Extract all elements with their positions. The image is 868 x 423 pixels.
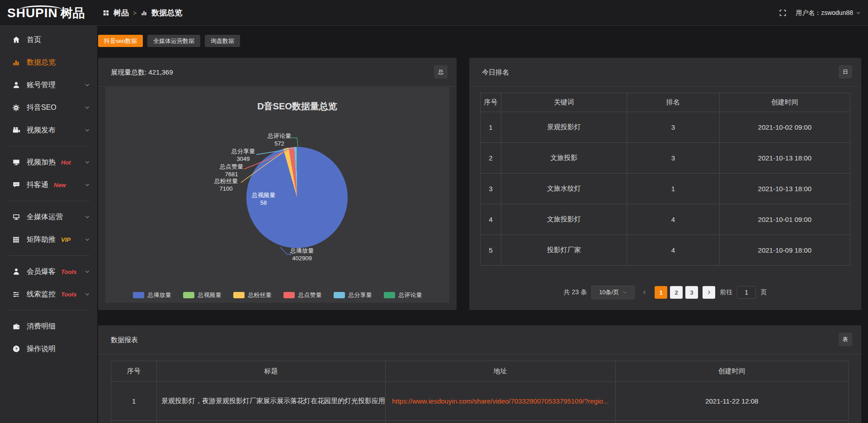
sidebar-item-operation-guide[interactable]: ?操作说明: [0, 338, 97, 360]
sidebar-divider: [8, 146, 90, 146]
sidebar-item-home[interactable]: 首页: [0, 28, 97, 51]
sidebar-item-label: 矩阵助推: [27, 235, 56, 244]
legend-swatch: [183, 292, 194, 298]
tab-media-operations-data[interactable]: 全媒体运营数据: [147, 35, 200, 47]
brand-logo[interactable]: SHUPIN 树品: [7, 4, 85, 23]
overview-total-badge[interactable]: 总: [434, 65, 448, 79]
legend-item-总点赞量[interactable]: 总点赞量: [283, 291, 322, 299]
ranking-table-cell: 4: [481, 204, 501, 235]
sidebar-item-douyin-seo[interactable]: 抖音SEO: [0, 96, 97, 119]
chevron-down-icon: [85, 269, 90, 274]
sidebar-item-label: 首页: [27, 35, 41, 45]
ranking-table-row: 2文旅投影32021-10-13 18:00: [481, 143, 850, 174]
ranking-table-body: 1景观投影灯32021-10-02 09:002文旅投影32021-10-13 …: [481, 112, 850, 266]
report-table-row: 1 景观投影灯，夜游景观投影灯厂家展示展示落花灯在花园里的灯光投影应用效果 # …: [111, 382, 849, 421]
sidebar-item-consume-detail[interactable]: 消费明细: [0, 315, 97, 338]
report-table-row-partial: [111, 421, 849, 423]
ranking-table-row: 4文旅投影灯42021-10-01 09:00: [481, 204, 850, 235]
sidebar-item-douketong[interactable]: 抖客通New: [0, 174, 97, 196]
legend-label: 总评论量: [399, 291, 422, 299]
report-row-index: 1: [111, 382, 157, 421]
legend-swatch: [133, 292, 144, 298]
report-column-header: 标题: [157, 361, 386, 382]
pagination-total: 共 23 条: [564, 288, 587, 296]
legend-item-总评论量[interactable]: 总评论量: [384, 291, 422, 299]
ranking-table: 序号关键词排名创建时间 1景观投影灯32021-10-02 09:002文旅投影…: [480, 93, 850, 266]
sidebar-item-badge: Tools: [61, 291, 76, 298]
legend-item-总分享量[interactable]: 总分享量: [334, 291, 372, 299]
ranking-table-cell: 5: [481, 235, 501, 266]
tab-inquiry-data[interactable]: 询盘数据: [205, 35, 240, 47]
legend-item-总视频量[interactable]: 总视频量: [183, 291, 222, 299]
report-table-badge[interactable]: 表: [839, 333, 852, 346]
ranking-table-header-row: 序号关键词排名创建时间: [481, 93, 850, 112]
brand-logo-text-cn: 树品: [61, 5, 85, 21]
grid-small-icon: [103, 9, 109, 16]
tab-douyin-seo-data[interactable]: 抖音seo数据: [98, 35, 143, 47]
report-row-time: 2021-11-22 12:08: [615, 382, 848, 421]
logo-arc-decoration: [19, 5, 62, 14]
sidebar-item-media-operations[interactable]: 全媒体运营: [0, 206, 97, 228]
sidebar-item-badge: Tools: [61, 268, 76, 275]
sidebar-item-label: 线索监控: [27, 290, 56, 299]
sidebar-item-label: 全媒体运营: [27, 212, 63, 222]
video-camera-icon: [12, 126, 20, 135]
breadcrumb-root[interactable]: 树品: [113, 8, 129, 18]
sidebar-item-account-management[interactable]: 账号管理: [0, 74, 97, 96]
report-column-header: 创建时间: [615, 361, 848, 382]
pagination-prev-button[interactable]: [639, 286, 650, 299]
ranking-table-cell: 2021-10-02 09:00: [719, 112, 850, 143]
ranking-table-cell: 文旅投影灯: [501, 204, 627, 235]
report-card: 数据报表 表 序号标题地址创建时间 1 景观投影灯，夜游景观投影灯厂家展示展示落…: [98, 325, 861, 423]
sidebar-item-badge: VIP: [61, 236, 71, 243]
breadcrumb: 树品 > 数据总览: [103, 0, 182, 26]
ranking-column-header: 序号: [481, 93, 501, 112]
ranking-table-cell: 景观投影灯: [501, 112, 627, 143]
pie-label-shares: 总分享量3049: [223, 147, 264, 163]
fullscreen-icon[interactable]: [779, 9, 787, 17]
sidebar-item-clue-monitor[interactable]: 线索监控Tools: [0, 283, 97, 306]
user-solid-icon: [12, 268, 20, 276]
tab-bar: 抖音seo数据全媒体运营数据询盘数据: [98, 35, 240, 47]
report-table-header-row: 序号标题地址创建时间: [111, 361, 849, 382]
pagination-goto-input[interactable]: [737, 286, 756, 299]
overview-chart-card: 展现量总数: 421,369 总 D音SEO数据量总览 总评论量572 总分享量…: [98, 58, 457, 310]
bar-chart-icon: [12, 58, 20, 67]
report-row-link[interactable]: https://www.iesdouyin.com/share/video/70…: [392, 397, 609, 405]
ranking-table-cell: 4: [627, 204, 720, 235]
legend-item-总播放量[interactable]: 总播放量: [133, 291, 171, 299]
sidebar-item-video-publish[interactable]: 视频发布: [0, 119, 97, 141]
user-menu[interactable]: 用户名：zswodun88: [796, 9, 861, 17]
sidebar-item-data-overview[interactable]: 数据总览: [0, 51, 97, 74]
monitor-icon: [12, 213, 20, 221]
ranking-table-cell: 1: [481, 112, 501, 143]
sidebar-item-label: 数据总览: [27, 58, 56, 67]
pagination-page-2[interactable]: 2: [670, 286, 683, 299]
sidebar-item-member-baoke[interactable]: 会员爆客Tools: [0, 260, 97, 283]
sidebar-item-label: 抖客通: [27, 180, 48, 190]
pagination-page-1[interactable]: 1: [655, 286, 667, 299]
pagination-next-button[interactable]: [703, 286, 715, 299]
chart-legend: 总播放量总视频量总粉丝量总点赞量总分享量总评论量: [105, 291, 449, 299]
legend-label: 总播放量: [148, 291, 171, 299]
sidebar-item-video-heat[interactable]: 视频加热Hot: [0, 151, 97, 174]
chevron-down-icon: [856, 10, 861, 15]
chevron-down-icon: [623, 290, 627, 295]
chevron-down-icon: [85, 182, 90, 188]
legend-item-总粉丝量[interactable]: 总粉丝量: [233, 291, 272, 299]
ranking-day-badge[interactable]: 日: [839, 65, 852, 79]
bar-chart-icon: [141, 9, 147, 16]
pagination-goto-label: 前往: [720, 288, 732, 296]
page-size-select[interactable]: 10条/页: [591, 286, 635, 299]
sidebar-item-matrix-boost[interactable]: 矩阵助推VIP: [0, 228, 97, 251]
legend-swatch: [283, 292, 295, 298]
pagination-page-3[interactable]: 3: [685, 286, 698, 299]
pagination: 共 23 条 10条/页 123 前往 页: [469, 286, 861, 299]
overview-card-title: 展现量总数: 421,369: [111, 58, 173, 86]
ranking-column-header: 创建时间: [719, 93, 850, 112]
ranking-table-cell: 2021-10-13 18:00: [719, 143, 850, 174]
chevron-down-icon: [85, 237, 90, 242]
report-column-header: 地址: [385, 361, 615, 382]
sidebar-item-badge: New: [54, 182, 66, 188]
ranking-table-row: 1景观投影灯32021-10-02 09:00: [481, 112, 850, 143]
